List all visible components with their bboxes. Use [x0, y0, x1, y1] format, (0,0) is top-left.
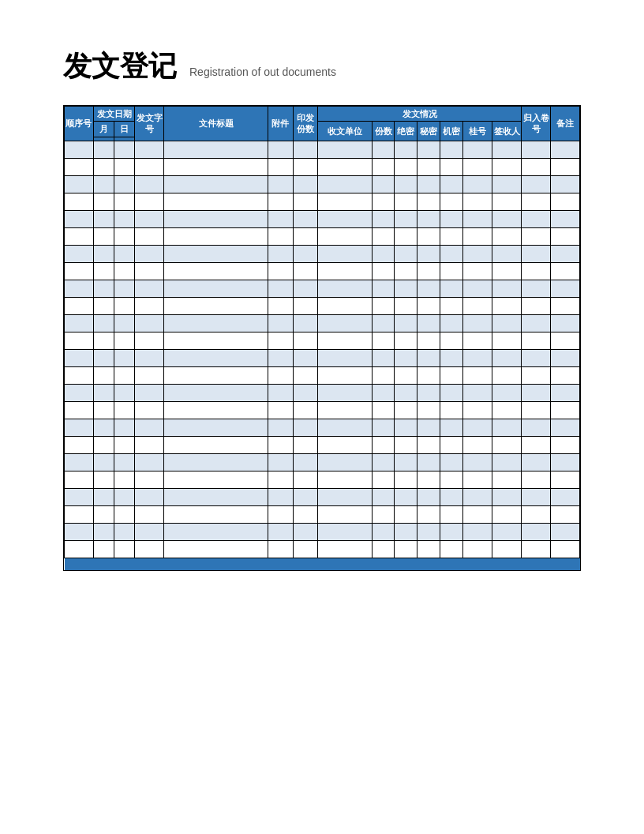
- table-cell[interactable]: [93, 193, 114, 210]
- table-cell[interactable]: [318, 471, 372, 488]
- table-cell[interactable]: [268, 349, 293, 366]
- table-cell[interactable]: [164, 540, 268, 558]
- table-cell[interactable]: [440, 401, 463, 419]
- table-cell[interactable]: [135, 210, 164, 227]
- table-cell[interactable]: [522, 158, 551, 175]
- table-cell[interactable]: [550, 245, 579, 262]
- table-cell[interactable]: [293, 297, 318, 314]
- table-cell[interactable]: [492, 193, 522, 210]
- table-cell[interactable]: [440, 297, 463, 314]
- table-cell[interactable]: [372, 227, 395, 245]
- table-cell[interactable]: [440, 505, 463, 523]
- table-cell[interactable]: [114, 332, 135, 349]
- table-cell[interactable]: [268, 262, 293, 280]
- table-cell[interactable]: [164, 297, 268, 314]
- table-cell[interactable]: [395, 436, 417, 453]
- table-cell[interactable]: [417, 175, 440, 193]
- table-cell[interactable]: [93, 262, 114, 280]
- table-cell[interactable]: [293, 471, 318, 488]
- table-cell[interactable]: [164, 227, 268, 245]
- table-cell[interactable]: [318, 332, 372, 349]
- table-cell[interactable]: [293, 540, 318, 558]
- table-cell[interactable]: [135, 384, 164, 401]
- table-cell[interactable]: [293, 314, 318, 332]
- table-cell[interactable]: [395, 453, 417, 471]
- table-cell[interactable]: [372, 245, 395, 262]
- table-cell[interactable]: [440, 158, 463, 175]
- table-cell[interactable]: [135, 245, 164, 262]
- table-cell[interactable]: [463, 419, 492, 436]
- table-cell[interactable]: [463, 262, 492, 280]
- table-cell[interactable]: [372, 436, 395, 453]
- table-cell[interactable]: [440, 141, 463, 158]
- table-cell[interactable]: [114, 141, 135, 158]
- table-cell[interactable]: [440, 419, 463, 436]
- table-cell[interactable]: [135, 401, 164, 419]
- table-cell[interactable]: [318, 227, 372, 245]
- table-cell[interactable]: [440, 453, 463, 471]
- table-cell[interactable]: [93, 505, 114, 523]
- table-cell[interactable]: [318, 349, 372, 366]
- table-cell[interactable]: [268, 210, 293, 227]
- table-cell[interactable]: [522, 210, 551, 227]
- table-cell[interactable]: [93, 175, 114, 193]
- table-cell[interactable]: [93, 332, 114, 349]
- table-cell[interactable]: [93, 488, 114, 505]
- table-cell[interactable]: [293, 193, 318, 210]
- table-cell[interactable]: [114, 419, 135, 436]
- table-cell[interactable]: [463, 314, 492, 332]
- table-cell[interactable]: [93, 419, 114, 436]
- table-cell[interactable]: [463, 193, 492, 210]
- table-cell[interactable]: [65, 488, 94, 505]
- table-cell[interactable]: [114, 297, 135, 314]
- table-cell[interactable]: [114, 314, 135, 332]
- table-cell[interactable]: [417, 471, 440, 488]
- table-cell[interactable]: [268, 436, 293, 453]
- table-cell[interactable]: [164, 280, 268, 297]
- table-cell[interactable]: [522, 540, 551, 558]
- table-cell[interactable]: [135, 280, 164, 297]
- table-cell[interactable]: [522, 175, 551, 193]
- table-cell[interactable]: [65, 419, 94, 436]
- table-cell[interactable]: [135, 314, 164, 332]
- table-cell[interactable]: [492, 158, 522, 175]
- table-cell[interactable]: [293, 453, 318, 471]
- table-cell[interactable]: [522, 280, 551, 297]
- table-cell[interactable]: [164, 349, 268, 366]
- table-cell[interactable]: [492, 210, 522, 227]
- table-cell[interactable]: [372, 297, 395, 314]
- table-cell[interactable]: [65, 314, 94, 332]
- table-cell[interactable]: [395, 210, 417, 227]
- table-cell[interactable]: [114, 280, 135, 297]
- table-cell[interactable]: [463, 158, 492, 175]
- table-cell[interactable]: [550, 227, 579, 245]
- table-cell[interactable]: [372, 505, 395, 523]
- table-cell[interactable]: [293, 505, 318, 523]
- table-cell[interactable]: [492, 280, 522, 297]
- table-cell[interactable]: [293, 401, 318, 419]
- table-cell[interactable]: [135, 436, 164, 453]
- table-cell[interactable]: [372, 488, 395, 505]
- table-cell[interactable]: [522, 436, 551, 453]
- table-cell[interactable]: [417, 453, 440, 471]
- table-cell[interactable]: [93, 210, 114, 227]
- table-cell[interactable]: [440, 314, 463, 332]
- table-cell[interactable]: [65, 349, 94, 366]
- table-cell[interactable]: [65, 384, 94, 401]
- table-cell[interactable]: [318, 245, 372, 262]
- table-cell[interactable]: [550, 297, 579, 314]
- table-cell[interactable]: [164, 314, 268, 332]
- table-cell[interactable]: [114, 175, 135, 193]
- table-cell[interactable]: [395, 193, 417, 210]
- table-cell[interactable]: [492, 314, 522, 332]
- table-cell[interactable]: [522, 193, 551, 210]
- table-cell[interactable]: [293, 262, 318, 280]
- table-cell[interactable]: [268, 419, 293, 436]
- table-cell[interactable]: [522, 227, 551, 245]
- table-cell[interactable]: [135, 349, 164, 366]
- table-cell[interactable]: [417, 366, 440, 384]
- table-cell[interactable]: [417, 141, 440, 158]
- table-cell[interactable]: [135, 523, 164, 540]
- table-cell[interactable]: [550, 401, 579, 419]
- table-cell[interactable]: [463, 366, 492, 384]
